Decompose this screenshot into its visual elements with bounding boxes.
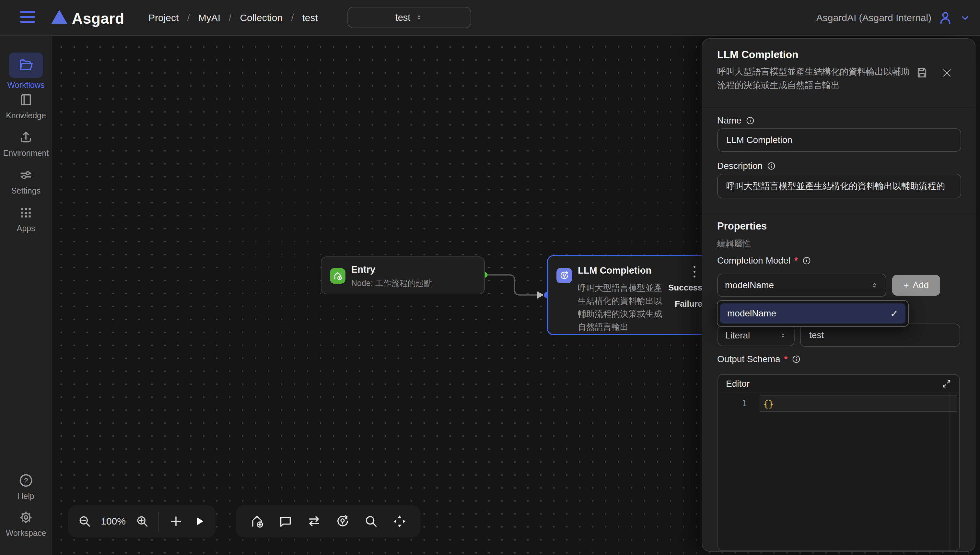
sidebar-label: Workspace (0, 528, 52, 538)
breadcrumb-collection[interactable]: Collection (240, 12, 283, 23)
help-icon: ? (18, 472, 34, 489)
toolbar-divider (159, 512, 159, 531)
sidebar-label: Settings (0, 186, 52, 196)
llm-node-title: LLM Completion (578, 265, 652, 276)
node-toolbar (236, 505, 421, 537)
breadcrumb: Project / MyAI / Collection / test (149, 0, 318, 36)
play-icon (192, 515, 206, 528)
llm-bulb-icon (335, 513, 350, 529)
editor-gutter: 1 (718, 393, 759, 551)
editor-current-line[interactable]: {} (760, 396, 957, 412)
fit-view-button[interactable] (392, 513, 407, 529)
breadcrumb-project[interactable]: Project (149, 12, 179, 23)
sidebar-item-workflows[interactable]: Workflows (0, 53, 52, 90)
home-plus-icon (333, 271, 343, 281)
connections-button[interactable] (306, 513, 322, 529)
value-input[interactable] (800, 324, 960, 347)
zoom-in-icon (135, 514, 149, 528)
entry-node-title: Entry (351, 264, 375, 275)
llm-node-description: 呼叫大型語言模型並產生結構化的資料輸出以輔助流程的決策或生成自然語言輸出 (578, 281, 666, 333)
description-input[interactable] (717, 174, 961, 198)
output-schema-label-text: Output Schema (717, 354, 780, 364)
panel-subtitle: 呼叫大型語言模型並產生結構化的資料輸出以輔助流程的決策或生成自然語言輸出 (717, 65, 915, 92)
model-select-dropdown: modelName ✓ (717, 300, 909, 327)
topbar: Asgard Project / MyAI / Collection / tes… (0, 0, 980, 36)
value-type-select[interactable]: Literal (717, 325, 794, 346)
sidebar-label: Environment (0, 149, 52, 158)
info-icon[interactable] (767, 161, 776, 171)
llm-node-icon (556, 268, 572, 283)
value-type-select-value: Literal (725, 330, 779, 341)
description-field-label: Description (717, 161, 776, 171)
home-plus-icon (249, 513, 265, 529)
close-icon (942, 67, 953, 79)
add-llm-node-button[interactable] (335, 513, 350, 529)
plus-icon: + (903, 280, 909, 290)
comment-button[interactable] (278, 514, 293, 529)
chevron-updown-icon (415, 13, 423, 22)
chevron-updown-icon (779, 332, 787, 339)
zoom-level: 100% (101, 516, 126, 527)
editor-code-area[interactable]: 1 {} (718, 393, 959, 551)
name-input[interactable] (717, 128, 961, 152)
add-entry-node-button[interactable] (249, 513, 265, 529)
properties-heading: Properties (717, 220, 767, 232)
workflows-active-pill (9, 53, 43, 78)
add-button-label: Add (913, 280, 929, 290)
expand-editor-button[interactable] (942, 379, 951, 389)
model-select[interactable]: modelName (717, 274, 886, 297)
chevron-down-icon[interactable] (959, 12, 971, 24)
add-node-button[interactable] (168, 514, 183, 529)
output-schema-label: Output Schema * (717, 354, 801, 364)
sidebar-label: Workflows (0, 80, 52, 90)
user-icon (937, 10, 953, 26)
entry-node-icon (330, 268, 346, 284)
search-canvas-button[interactable] (363, 514, 378, 529)
completion-model-label-text: Completion Model (717, 255, 790, 266)
entry-node[interactable]: Entry Node: 工作流程的起點 (321, 257, 485, 294)
info-icon[interactable] (802, 256, 812, 266)
info-icon[interactable] (745, 116, 755, 125)
sidebar-item-help[interactable]: ? Help (0, 472, 52, 501)
properties-subtitle: 編輯屬性 (717, 238, 751, 249)
llm-port-failure[interactable]: Failure (675, 299, 702, 309)
breadcrumb-myai[interactable]: MyAI (199, 12, 220, 23)
breadcrumb-test[interactable]: test (302, 12, 318, 23)
save-button[interactable] (916, 66, 929, 79)
sidebar: Workflows Knowledge Environment Settings… (0, 36, 52, 555)
menu-icon[interactable] (20, 11, 36, 25)
upload-icon (18, 130, 34, 145)
sidebar-label: Apps (0, 224, 52, 233)
sidebar-item-settings[interactable]: Settings (0, 167, 52, 196)
fit-view-icon (392, 513, 407, 529)
grid-icon (19, 205, 33, 220)
zoom-out-button[interactable] (77, 514, 92, 528)
check-icon: ✓ (890, 308, 898, 319)
folder-icon (18, 58, 34, 73)
sidebar-item-apps[interactable]: Apps (0, 204, 52, 233)
add-model-button[interactable]: + Add (892, 275, 940, 296)
workflow-select[interactable]: test (347, 7, 471, 28)
info-icon[interactable] (791, 354, 801, 364)
asgard-logo-icon (51, 10, 67, 24)
sidebar-item-knowledge[interactable]: Knowledge (0, 91, 52, 120)
panel-divider (702, 213, 976, 213)
editor-code: {} (763, 399, 774, 409)
zoom-in-button[interactable] (135, 514, 149, 528)
account-menu[interactable]: AsgardAI (Asgard Internal) (816, 0, 971, 36)
model-select-value: modelName (725, 280, 870, 290)
completion-model-label: Completion Model * (717, 255, 812, 266)
llm-port-success[interactable]: Success (668, 283, 703, 293)
run-workflow-button[interactable] (192, 515, 206, 528)
sidebar-item-workspace[interactable]: Workspace (0, 509, 52, 538)
breadcrumb-separator: / (229, 12, 231, 23)
comment-icon (278, 514, 293, 529)
editor-minimap-divider (950, 393, 950, 551)
node-menu-icon[interactable] (690, 265, 699, 279)
save-icon (916, 66, 929, 79)
breadcrumb-separator: / (291, 12, 294, 23)
dropdown-option-modelname[interactable]: modelName ✓ (720, 303, 905, 324)
close-panel-button[interactable] (942, 67, 953, 79)
sidebar-item-environment[interactable]: Environment (0, 129, 52, 158)
book-icon (18, 92, 34, 107)
